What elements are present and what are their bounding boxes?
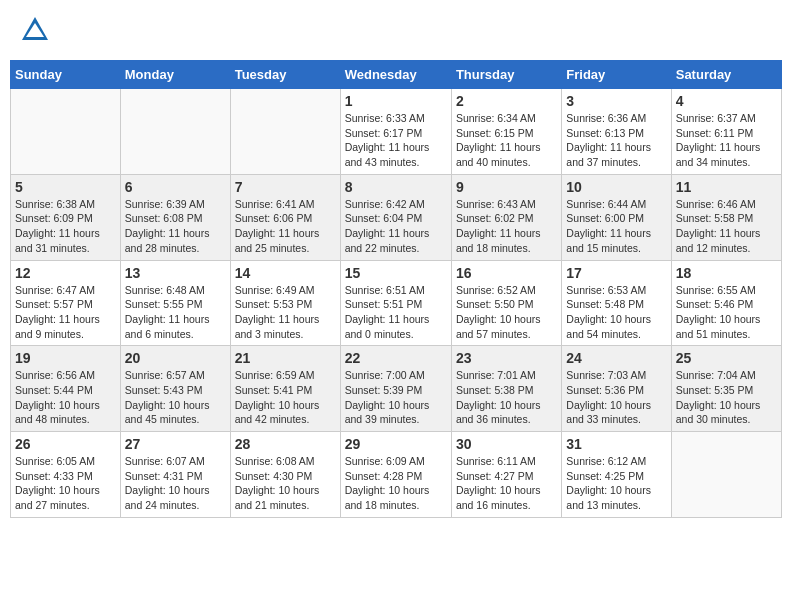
calendar-cell: 5Sunrise: 6:38 AM Sunset: 6:09 PM Daylig… [11, 174, 121, 260]
day-info: Sunrise: 6:57 AM Sunset: 5:43 PM Dayligh… [125, 368, 226, 427]
calendar-cell: 11Sunrise: 6:46 AM Sunset: 5:58 PM Dayli… [671, 174, 781, 260]
day-info: Sunrise: 7:01 AM Sunset: 5:38 PM Dayligh… [456, 368, 557, 427]
day-info: Sunrise: 6:34 AM Sunset: 6:15 PM Dayligh… [456, 111, 557, 170]
calendar-cell: 13Sunrise: 6:48 AM Sunset: 5:55 PM Dayli… [120, 260, 230, 346]
calendar-cell: 9Sunrise: 6:43 AM Sunset: 6:02 PM Daylig… [451, 174, 561, 260]
day-info: Sunrise: 6:51 AM Sunset: 5:51 PM Dayligh… [345, 283, 447, 342]
day-number: 20 [125, 350, 226, 366]
calendar-cell: 10Sunrise: 6:44 AM Sunset: 6:00 PM Dayli… [562, 174, 671, 260]
calendar-week-row: 26Sunrise: 6:05 AM Sunset: 4:33 PM Dayli… [11, 432, 782, 518]
weekday-header-tuesday: Tuesday [230, 61, 340, 89]
day-number: 21 [235, 350, 336, 366]
calendar-header-row: SundayMondayTuesdayWednesdayThursdayFrid… [11, 61, 782, 89]
day-info: Sunrise: 6:56 AM Sunset: 5:44 PM Dayligh… [15, 368, 116, 427]
calendar-cell: 25Sunrise: 7:04 AM Sunset: 5:35 PM Dayli… [671, 346, 781, 432]
day-number: 2 [456, 93, 557, 109]
day-info: Sunrise: 6:48 AM Sunset: 5:55 PM Dayligh… [125, 283, 226, 342]
calendar-cell: 18Sunrise: 6:55 AM Sunset: 5:46 PM Dayli… [671, 260, 781, 346]
day-number: 30 [456, 436, 557, 452]
weekday-header-sunday: Sunday [11, 61, 121, 89]
day-number: 31 [566, 436, 666, 452]
calendar-cell: 24Sunrise: 7:03 AM Sunset: 5:36 PM Dayli… [562, 346, 671, 432]
page-header [10, 10, 782, 50]
calendar-cell: 23Sunrise: 7:01 AM Sunset: 5:38 PM Dayli… [451, 346, 561, 432]
weekday-header-thursday: Thursday [451, 61, 561, 89]
day-info: Sunrise: 6:43 AM Sunset: 6:02 PM Dayligh… [456, 197, 557, 256]
day-number: 18 [676, 265, 777, 281]
calendar-cell: 17Sunrise: 6:53 AM Sunset: 5:48 PM Dayli… [562, 260, 671, 346]
day-info: Sunrise: 6:42 AM Sunset: 6:04 PM Dayligh… [345, 197, 447, 256]
day-number: 9 [456, 179, 557, 195]
calendar-cell: 26Sunrise: 6:05 AM Sunset: 4:33 PM Dayli… [11, 432, 121, 518]
day-info: Sunrise: 6:05 AM Sunset: 4:33 PM Dayligh… [15, 454, 116, 513]
day-info: Sunrise: 6:49 AM Sunset: 5:53 PM Dayligh… [235, 283, 336, 342]
weekday-header-monday: Monday [120, 61, 230, 89]
calendar-cell: 12Sunrise: 6:47 AM Sunset: 5:57 PM Dayli… [11, 260, 121, 346]
calendar-cell: 8Sunrise: 6:42 AM Sunset: 6:04 PM Daylig… [340, 174, 451, 260]
calendar-cell: 27Sunrise: 6:07 AM Sunset: 4:31 PM Dayli… [120, 432, 230, 518]
calendar-cell: 29Sunrise: 6:09 AM Sunset: 4:28 PM Dayli… [340, 432, 451, 518]
day-number: 14 [235, 265, 336, 281]
day-info: Sunrise: 7:00 AM Sunset: 5:39 PM Dayligh… [345, 368, 447, 427]
day-number: 19 [15, 350, 116, 366]
day-number: 7 [235, 179, 336, 195]
calendar-cell [11, 89, 121, 175]
calendar-cell: 19Sunrise: 6:56 AM Sunset: 5:44 PM Dayli… [11, 346, 121, 432]
day-info: Sunrise: 7:03 AM Sunset: 5:36 PM Dayligh… [566, 368, 666, 427]
calendar-week-row: 19Sunrise: 6:56 AM Sunset: 5:44 PM Dayli… [11, 346, 782, 432]
calendar-cell: 21Sunrise: 6:59 AM Sunset: 5:41 PM Dayli… [230, 346, 340, 432]
day-number: 23 [456, 350, 557, 366]
day-number: 26 [15, 436, 116, 452]
calendar-week-row: 12Sunrise: 6:47 AM Sunset: 5:57 PM Dayli… [11, 260, 782, 346]
day-number: 15 [345, 265, 447, 281]
day-number: 5 [15, 179, 116, 195]
day-number: 4 [676, 93, 777, 109]
day-number: 24 [566, 350, 666, 366]
calendar-cell: 2Sunrise: 6:34 AM Sunset: 6:15 PM Daylig… [451, 89, 561, 175]
day-info: Sunrise: 6:09 AM Sunset: 4:28 PM Dayligh… [345, 454, 447, 513]
day-info: Sunrise: 6:38 AM Sunset: 6:09 PM Dayligh… [15, 197, 116, 256]
calendar-table: SundayMondayTuesdayWednesdayThursdayFrid… [10, 60, 782, 518]
calendar-cell: 31Sunrise: 6:12 AM Sunset: 4:25 PM Dayli… [562, 432, 671, 518]
day-number: 22 [345, 350, 447, 366]
day-info: Sunrise: 6:07 AM Sunset: 4:31 PM Dayligh… [125, 454, 226, 513]
day-number: 28 [235, 436, 336, 452]
day-number: 29 [345, 436, 447, 452]
day-info: Sunrise: 6:59 AM Sunset: 5:41 PM Dayligh… [235, 368, 336, 427]
calendar-cell: 14Sunrise: 6:49 AM Sunset: 5:53 PM Dayli… [230, 260, 340, 346]
day-number: 13 [125, 265, 226, 281]
day-number: 10 [566, 179, 666, 195]
calendar-cell: 15Sunrise: 6:51 AM Sunset: 5:51 PM Dayli… [340, 260, 451, 346]
calendar-cell: 4Sunrise: 6:37 AM Sunset: 6:11 PM Daylig… [671, 89, 781, 175]
day-number: 25 [676, 350, 777, 366]
day-info: Sunrise: 6:44 AM Sunset: 6:00 PM Dayligh… [566, 197, 666, 256]
day-info: Sunrise: 6:08 AM Sunset: 4:30 PM Dayligh… [235, 454, 336, 513]
calendar-cell: 16Sunrise: 6:52 AM Sunset: 5:50 PM Dayli… [451, 260, 561, 346]
weekday-header-friday: Friday [562, 61, 671, 89]
calendar-cell: 7Sunrise: 6:41 AM Sunset: 6:06 PM Daylig… [230, 174, 340, 260]
logo-icon [20, 15, 50, 45]
day-info: Sunrise: 6:46 AM Sunset: 5:58 PM Dayligh… [676, 197, 777, 256]
day-number: 27 [125, 436, 226, 452]
day-info: Sunrise: 6:36 AM Sunset: 6:13 PM Dayligh… [566, 111, 666, 170]
day-info: Sunrise: 6:53 AM Sunset: 5:48 PM Dayligh… [566, 283, 666, 342]
calendar-cell: 1Sunrise: 6:33 AM Sunset: 6:17 PM Daylig… [340, 89, 451, 175]
calendar-week-row: 1Sunrise: 6:33 AM Sunset: 6:17 PM Daylig… [11, 89, 782, 175]
day-info: Sunrise: 6:39 AM Sunset: 6:08 PM Dayligh… [125, 197, 226, 256]
day-info: Sunrise: 6:47 AM Sunset: 5:57 PM Dayligh… [15, 283, 116, 342]
day-number: 1 [345, 93, 447, 109]
calendar-cell: 6Sunrise: 6:39 AM Sunset: 6:08 PM Daylig… [120, 174, 230, 260]
weekday-header-wednesday: Wednesday [340, 61, 451, 89]
calendar-cell [230, 89, 340, 175]
calendar-cell: 30Sunrise: 6:11 AM Sunset: 4:27 PM Dayli… [451, 432, 561, 518]
weekday-header-saturday: Saturday [671, 61, 781, 89]
calendar-cell: 28Sunrise: 6:08 AM Sunset: 4:30 PM Dayli… [230, 432, 340, 518]
calendar-cell [671, 432, 781, 518]
day-info: Sunrise: 6:11 AM Sunset: 4:27 PM Dayligh… [456, 454, 557, 513]
day-number: 12 [15, 265, 116, 281]
day-number: 8 [345, 179, 447, 195]
day-info: Sunrise: 6:33 AM Sunset: 6:17 PM Dayligh… [345, 111, 447, 170]
day-number: 3 [566, 93, 666, 109]
day-info: Sunrise: 6:41 AM Sunset: 6:06 PM Dayligh… [235, 197, 336, 256]
calendar-cell [120, 89, 230, 175]
